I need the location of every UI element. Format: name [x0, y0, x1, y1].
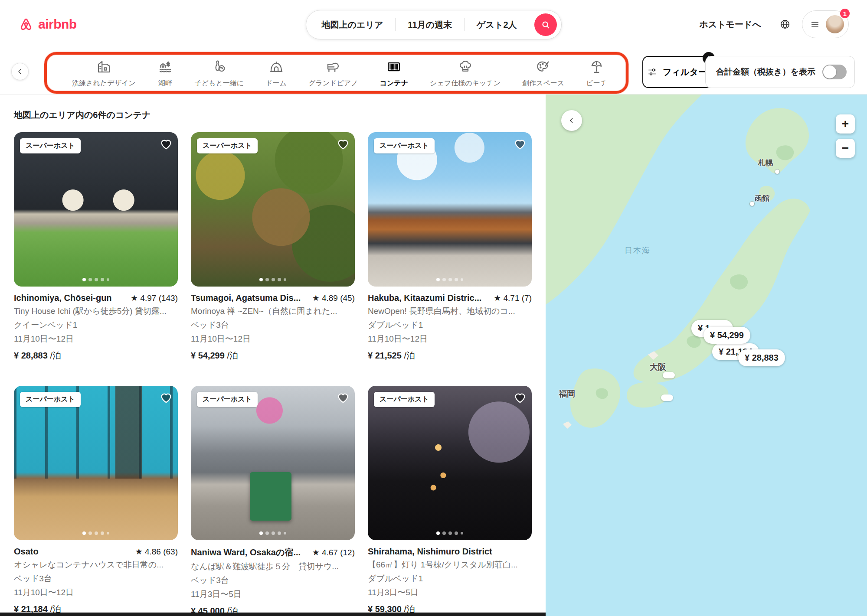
category-icon [536, 59, 551, 75]
superhost-badge: スーパーホスト [20, 138, 81, 153]
listing-card[interactable]: スーパーホスト Tsumagoi, Agatsuma Dis... ★ 4.89… [191, 132, 355, 362]
listing-dates: 11月10日〜12日 [14, 333, 178, 345]
airbnb-belo-icon [18, 16, 34, 33]
search-dates-segment[interactable]: 11月の週末 [396, 19, 464, 31]
listing-rating: ★ 4.97 (143) [131, 293, 178, 303]
magnifier-icon [541, 20, 550, 29]
category-icon [157, 59, 173, 75]
search-guests-segment[interactable]: ゲスト2人 [465, 19, 529, 31]
carousel-dots[interactable] [368, 278, 532, 281]
language-globe-button[interactable] [774, 13, 796, 35]
host-mode-link[interactable]: ホストモードへ [692, 13, 768, 36]
category-icon [386, 59, 402, 75]
results-heading: 地図上のエリア内の6件のコンテナ [14, 109, 532, 121]
listing-photo[interactable]: スーパーホスト [14, 386, 178, 540]
search-area-segment[interactable]: 地図上のエリア [309, 19, 395, 31]
map-marker[interactable] [663, 372, 675, 378]
category-icon [458, 59, 473, 75]
categories-prev-button[interactable] [11, 63, 29, 80]
listing-beds: ダブルベッド1 [368, 319, 532, 331]
category-label: シェフ仕様のキッチン [430, 79, 501, 88]
listing-photo[interactable]: スーパーホスト [191, 132, 355, 287]
city-label: 福岡 [559, 388, 575, 400]
category-beach-umbrella[interactable]: ビーチ [586, 59, 607, 93]
favorite-button[interactable] [160, 391, 173, 405]
listing-meta: Tsumagoi, Agatsuma Dis... ★ 4.89 (45) Mo… [191, 293, 355, 362]
listing-title: Shirahama, Nishimuro District [368, 547, 492, 557]
heart-icon [514, 391, 527, 404]
map-price-pin[interactable]: ¥ 54,299 [703, 327, 750, 344]
category-chef-hat[interactable]: シェフ仕様のキッチン [430, 59, 501, 93]
category-bowling[interactable]: 子どもと一緒に [195, 59, 244, 93]
category-lakefront[interactable]: 湖畔 [157, 59, 173, 93]
listing-photo[interactable]: スーパーホスト [368, 132, 532, 287]
carousel-dots[interactable] [191, 278, 355, 281]
category-container[interactable]: コンテナ [380, 59, 409, 93]
search-bar[interactable]: 地図上のエリア 11月の週末 ゲスト2人 [305, 10, 561, 39]
listing-photo[interactable]: スーパーホスト [191, 386, 355, 540]
category-label: 洗練されたデザイン [72, 79, 136, 88]
toggle-switch[interactable] [822, 65, 847, 79]
listing-card[interactable]: スーパーホスト Hakuba, Kitaazumi Distric... ★ 4… [368, 132, 532, 362]
category-dome[interactable]: ドーム [265, 59, 287, 93]
listing-card[interactable]: スーパーホスト Naniwa Ward, Osakaの宿... ★ 4.67 (… [191, 386, 355, 616]
listing-title: Naniwa Ward, Osakaの宿... [191, 547, 301, 558]
city-marker [775, 169, 780, 174]
total-price-toggle-label: 合計金額（税抜き）を表示 [716, 66, 815, 78]
listing-meta: Shirahama, Nishimuro District 【66㎡】灯り 1号… [368, 547, 532, 615]
listing-dates: 11月10日〜12日 [368, 333, 532, 345]
search-button[interactable] [534, 13, 557, 36]
user-menu[interactable]: 1 [802, 10, 849, 38]
favorite-button[interactable] [160, 137, 173, 152]
heart-icon [160, 391, 173, 404]
carousel-dots[interactable] [14, 278, 178, 281]
category-strip: 洗練されたデザイン 湖畔 子どもと一緒に ドーム グランドピアノ コンテナ シェ… [60, 53, 619, 95]
category-icon [589, 59, 605, 75]
listing-meta: Naniwa Ward, Osakaの宿... ★ 4.67 (12) なんば駅… [191, 547, 355, 616]
category-label: 湖畔 [158, 79, 172, 88]
favorite-button[interactable] [514, 391, 527, 405]
listing-card[interactable]: スーパーホスト Osato ★ 4.86 (63) オシャレなコンテナハウスで非… [14, 386, 178, 616]
category-creative-space[interactable]: 創作スペース [522, 59, 564, 93]
favorite-button[interactable] [337, 137, 350, 152]
map-price-pin[interactable]: ¥ 28,883 [738, 349, 785, 366]
bottom-bar [0, 613, 546, 616]
total-price-toggle[interactable]: 合計金額（税抜き）を表示 [705, 56, 855, 88]
chevron-left-icon [567, 116, 576, 125]
city-label: 函館 [755, 193, 769, 203]
category-label: コンテナ [380, 79, 409, 88]
filters-label: フィルター [663, 66, 707, 78]
listing-card[interactable]: スーパーホスト Ichinomiya, Chōsei-gun ★ 4.97 (1… [14, 132, 178, 362]
sliders-icon [647, 67, 658, 77]
listing-price: ¥ 54,299 /泊 [191, 350, 355, 362]
listing-title: Tsumagoi, Agatsuma Dis... [191, 293, 301, 303]
map-collapse-button[interactable] [561, 110, 582, 131]
category-modern-design[interactable]: 洗練されたデザイン [72, 59, 136, 93]
listing-beds: ベッド3台 [191, 575, 355, 586]
listing-title: Hakuba, Kitaazumi Distric... [368, 293, 481, 303]
category-icon [96, 59, 111, 75]
favorite-button[interactable] [337, 391, 350, 405]
map-panel[interactable]: + − 日本海 札幌函館大阪福岡 ¥ 1¥ 54,299¥ 21,184¥ 28… [546, 95, 867, 616]
category-icon [268, 59, 284, 75]
carousel-dots[interactable] [368, 531, 532, 535]
map-zoom-out-button[interactable]: − [836, 139, 855, 158]
listing-subtitle: Morinoya 禅 ~ZEN~（自然に囲まれた... [191, 306, 355, 317]
map-zoom-in-button[interactable]: + [836, 114, 855, 134]
heart-icon [514, 137, 527, 150]
notification-badge: 1 [839, 8, 851, 19]
top-navigation: airbnb 地図上のエリア 11月の週末 ゲスト2人 ホストモードへ 1 [0, 0, 867, 49]
map-marker[interactable] [661, 394, 673, 401]
favorite-button[interactable] [514, 137, 527, 152]
listing-card[interactable]: スーパーホスト Shirahama, Nishimuro District 【6… [368, 386, 532, 616]
carousel-dots[interactable] [191, 531, 355, 535]
listing-rating: ★ 4.86 (63) [135, 547, 178, 557]
listing-subtitle: NewOpen! 長野県白馬村、地域初のコ... [368, 306, 532, 317]
listing-photo[interactable]: スーパーホスト [14, 132, 178, 287]
carousel-dots[interactable] [14, 531, 178, 535]
category-grand-piano[interactable]: グランドピアノ [308, 59, 358, 93]
listing-photo[interactable]: スーパーホスト [368, 386, 532, 540]
airbnb-logo[interactable]: airbnb [18, 16, 77, 33]
filters-button[interactable]: フィルター 1 [642, 56, 712, 88]
globe-icon [779, 19, 791, 30]
